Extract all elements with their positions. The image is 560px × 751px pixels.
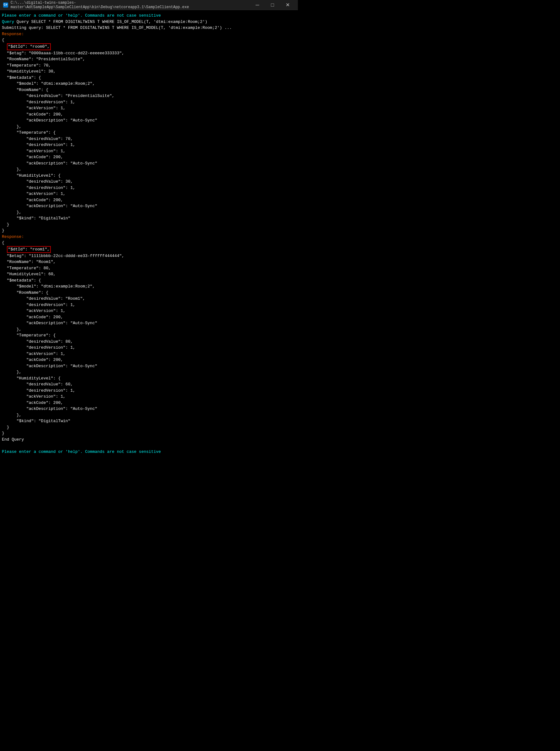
close-button[interactable]: ✕ <box>280 1 295 9</box>
query-keyword: Query <box>2 19 17 24</box>
minimize-button[interactable]: ─ <box>250 1 265 9</box>
room0-model: "$model": "dtmi:example:Room;2", <box>2 81 296 87</box>
room1-desiredversion1b: "desiredVersion": 1, <box>2 345 296 351</box>
header-notice: Please enter a command or 'help'. Comman… <box>2 13 296 19</box>
room0-obj-close: } <box>2 228 296 234</box>
room1-ackversion1c: "ackVersion": 1, <box>2 393 296 400</box>
room0-roomname-meta-open: "RoomName": { <box>2 87 296 93</box>
room1-etag: "$etag": "1111bbbb-22cc-dddd-ee33-ffffff… <box>2 253 296 259</box>
room1-open-brace: { <box>2 240 296 246</box>
room0-metadata-open: "$metadata": { <box>2 75 296 81</box>
room1-ackcode200: "ackCode": 200, <box>2 314 296 321</box>
room1-ackdescription-as3: "ackDescription": "Auto-Sync" <box>2 406 296 412</box>
room1-temp-meta-open: "Temperature": { <box>2 332 296 339</box>
query-input-line: Query Query SELECT * FROM DIGITALTWINS T… <box>2 19 296 25</box>
room1-metadata-open: "$metadata": { <box>2 277 296 284</box>
room0-close3: }, <box>2 209 296 216</box>
room1-desiredversion1c: "desiredVersion": 1, <box>2 388 296 394</box>
empty-line <box>2 443 296 449</box>
room1-close1: }, <box>2 326 296 333</box>
room0-dtid-highlighted: "$dtId": "room0", <box>7 43 51 50</box>
terminal-output: Please enter a command or 'help'. Comman… <box>0 10 298 457</box>
room0-meta-close: } <box>2 222 296 228</box>
response-label-1: Response: <box>2 31 296 37</box>
room0-open-brace: { <box>2 37 296 43</box>
room0-desiredversion1: "desiredVersion": 1, <box>2 99 296 105</box>
end-query-line: End Query <box>2 437 296 443</box>
room0-etag: "$etag": "0000aaaa-11bb-cccc-dd22-eeeeee… <box>2 50 296 57</box>
room1-ackdescription-as: "ackDescription": "Auto-Sync" <box>2 320 296 326</box>
room1-model: "$model": "dtmi:example:Room;2", <box>2 283 296 290</box>
room1-desiredvalue60: "desiredValue": 60, <box>2 381 296 388</box>
room0-kind: "$kind": "DigitalTwin" <box>2 215 296 222</box>
room0-desiredvalue-ps: "desiredValue": "PresidentialSuite", <box>2 93 296 99</box>
room1-humiditylevel: "HumidityLevel": 60, <box>2 271 296 277</box>
room0-humidity-meta-open: "HumidityLevel": { <box>2 173 296 179</box>
room0-ackversion1c: "ackVersion": 1, <box>2 191 296 197</box>
room0-ackcode200b: "ackCode": 200, <box>2 154 296 160</box>
room0-ackdescription-as2: "ackDescription": "Auto-Sync" <box>2 160 296 167</box>
room1-meta-close: } <box>2 424 296 430</box>
room1-ackversion1b: "ackVersion": 1, <box>2 351 296 357</box>
room0-ackcode200: "ackCode": 200, <box>2 111 296 118</box>
footer-notice: Please enter a command or 'help'. Comman… <box>2 449 296 455</box>
title-bar-controls: ─ □ ✕ <box>250 1 295 9</box>
room0-temperature: "Temperature": 70, <box>2 62 296 69</box>
room1-humidity-meta-open: "HumidityLevel": { <box>2 376 296 382</box>
room0-desiredvalue30: "desiredValue": 30, <box>2 178 296 185</box>
room0-ackdescription-as3: "ackDescription": "Auto-Sync" <box>2 203 296 209</box>
room1-dtid-highlighted: "$dtId": "room1", <box>7 246 51 253</box>
room1-close3: }, <box>2 412 296 418</box>
room1-ackcode200c: "ackCode": 200, <box>2 400 296 406</box>
room1-obj-close: } <box>2 430 296 437</box>
title-bar-path: C:\...\digital-twins-samples-master\AdtS… <box>11 1 250 9</box>
room1-dtid-line: "$dtId": "room1", <box>2 246 296 253</box>
room0-ackversion1b: "ackVersion": 1, <box>2 148 296 154</box>
room0-ackcode200c: "ackCode": 200, <box>2 197 296 204</box>
room1-roomname: "RoomName": "Room1", <box>2 259 296 265</box>
room1-roomname-meta-open: "RoomName": { <box>2 290 296 296</box>
room0-ackdescription-as: "ackDescription": "Auto-Sync" <box>2 117 296 124</box>
room1-ackdescription-as2: "ackDescription": "Auto-Sync" <box>2 363 296 369</box>
room0-desiredversion1c: "desiredVersion": 1, <box>2 185 296 191</box>
response-label-2: Response: <box>2 234 296 240</box>
room1-desiredversion1: "desiredVersion": 1, <box>2 302 296 308</box>
title-bar: C# C:\...\digital-twins-samples-master\A… <box>0 0 298 10</box>
room0-humiditylevel: "HumidityLevel": 30, <box>2 69 296 75</box>
room1-desiredvalue80: "desiredValue": 80, <box>2 339 296 345</box>
maximize-button[interactable]: □ <box>265 1 280 9</box>
query-text: Query SELECT * FROM DIGITALTWINS T WHERE… <box>17 19 207 24</box>
room1-desiredvalue-r1: "desiredValue": "Room1", <box>2 296 296 302</box>
window: C# C:\...\digital-twins-samples-master\A… <box>0 0 298 457</box>
room0-close1: }, <box>2 124 296 130</box>
room0-desiredversion1b: "desiredVersion": 1, <box>2 142 296 148</box>
room0-dtid-line: "$dtId": "room0", <box>2 43 296 50</box>
room0-roomname: "RoomName": "PresidentialSuite", <box>2 56 296 62</box>
room1-ackcode200b: "ackCode": 200, <box>2 357 296 363</box>
room1-kind: "$kind": "DigitalTwin" <box>2 418 296 424</box>
app-icon: C# <box>3 2 8 7</box>
room0-close2: }, <box>2 166 296 173</box>
title-bar-left: C# C:\...\digital-twins-samples-master\A… <box>3 1 250 9</box>
room0-temp-meta-open: "Temperature": { <box>2 130 296 136</box>
submitting-line: Submitting query: SELECT * FROM DIGITALT… <box>2 25 296 31</box>
room1-close2: }, <box>2 369 296 376</box>
room0-ackversion1: "ackVersion": 1, <box>2 105 296 111</box>
room0-desiredvalue70: "desiredValue": 70, <box>2 136 296 142</box>
room1-ackversion1: "ackVersion": 1, <box>2 308 296 314</box>
room1-temperature: "Temperature": 80, <box>2 265 296 271</box>
